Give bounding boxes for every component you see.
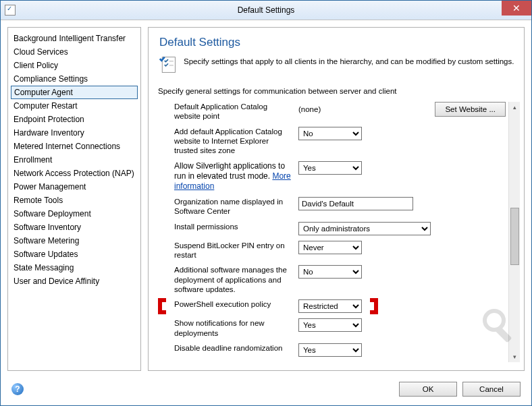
header-row: Specify settings that apply to all clien… (158, 55, 521, 75)
select-silverlight[interactable]: Yes (298, 161, 362, 175)
dialog-footer: ? OK Cancel (1, 378, 531, 405)
sidebar-item-nap[interactable]: Network Access Protection (NAP) (8, 167, 140, 180)
sidebar-item-power[interactable]: Power Management (8, 180, 140, 194)
category-sidebar[interactable]: Background Intelligent Transfer Cloud Se… (7, 27, 141, 371)
input-org-name[interactable] (298, 197, 413, 210)
select-addl-software[interactable]: No (298, 265, 362, 279)
sidebar-item-client-policy[interactable]: Client Policy (8, 59, 140, 72)
label-catalog-point: Default Application Catalog website poin… (174, 102, 293, 121)
settings-container: Default Application Catalog website poin… (158, 102, 521, 362)
row-org-name: Organization name displayed in Software … (174, 197, 506, 216)
select-bitlocker[interactable]: Never (298, 241, 362, 254)
label-deadline: Disable deadline randomization (174, 343, 293, 353)
label-notifications: Show notifications for new deployments (174, 318, 293, 338)
sidebar-item-enrollment[interactable]: Enrollment (8, 153, 140, 167)
label-powershell: PowerShell execution policy (174, 299, 293, 309)
row-deadline: Disable deadline randomization Yes (174, 343, 506, 357)
ok-button[interactable]: OK (399, 382, 457, 397)
sidebar-item-computer-agent[interactable]: Computer Agent (11, 86, 138, 99)
page-subtitle: Specify settings that apply to all clien… (184, 55, 514, 65)
scroll-thumb[interactable] (510, 208, 519, 265)
window-title: Default Settings (238, 5, 295, 15)
checklist-icon (158, 55, 178, 75)
label-org-name: Organization name displayed in Software … (174, 197, 293, 216)
value-catalog-point: (none) (298, 105, 362, 113)
highlight-bracket-right (370, 298, 378, 314)
svg-rect-0 (162, 57, 175, 73)
main-panel: Default Settings Specify settings that a… (148, 27, 525, 371)
settings-window: Default Settings ✕ Background Intelligen… (0, 0, 532, 406)
row-catalog-point: Default Application Catalog website poin… (174, 102, 506, 121)
page-title: Default Settings (159, 36, 521, 49)
sidebar-item-sw-updates[interactable]: Software Updates (8, 248, 140, 261)
row-addl-software: Additional software manages the deployme… (174, 265, 506, 294)
highlight-bracket-left (158, 298, 166, 314)
sidebar-item-cloud[interactable]: Cloud Services (8, 45, 140, 59)
cancel-button[interactable]: Cancel (462, 382, 521, 397)
vertical-scrollbar[interactable]: ▴ ▾ (508, 102, 520, 362)
scroll-down-arrow[interactable]: ▾ (510, 351, 520, 362)
row-notifications: Show notifications for new deployments Y… (174, 318, 506, 338)
sidebar-item-compliance[interactable]: Compliance Settings (8, 72, 140, 86)
content-area: Background Intelligent Transfer Cloud Se… (1, 20, 531, 378)
row-trusted-zone: Add default Application Catalog website … (174, 127, 506, 156)
sidebar-item-state-msg[interactable]: State Messaging (8, 261, 140, 274)
set-website-button[interactable]: Set Website ... (435, 102, 506, 117)
label-addl-software: Additional software manages the deployme… (174, 265, 293, 294)
section-label: Specify general settings for communicati… (158, 87, 521, 95)
scroll-up-arrow[interactable]: ▴ (510, 102, 520, 113)
sidebar-item-remote[interactable]: Remote Tools (8, 194, 140, 207)
sidebar-item-restart[interactable]: Computer Restart (8, 99, 140, 113)
row-silverlight: Allow Silverlight applications to run in… (174, 161, 506, 192)
label-bitlocker: Suspend BitLocker PIN entry on restart (174, 241, 293, 260)
titlebar: Default Settings ✕ (1, 1, 531, 20)
row-powershell: PowerShell execution policy Restricted (174, 299, 506, 313)
scroll-track[interactable] (510, 113, 520, 351)
select-powershell[interactable]: Restricted (298, 299, 362, 313)
row-bitlocker: Suspend BitLocker PIN entry on restart N… (174, 241, 506, 260)
close-button[interactable]: ✕ (502, 1, 531, 16)
select-deadline[interactable]: Yes (298, 343, 362, 357)
sidebar-item-sw-metering[interactable]: Software Metering (8, 234, 140, 248)
row-install-perm: Install permissions Only administrators (174, 222, 506, 235)
sidebar-item-sw-deploy[interactable]: Software Deployment (8, 207, 140, 221)
sidebar-item-endpoint[interactable]: Endpoint Protection (8, 113, 140, 126)
sidebar-item-metered[interactable]: Metered Internet Connections (8, 140, 140, 153)
select-trusted-zone[interactable]: No (298, 127, 362, 140)
label-trusted-zone: Add default Application Catalog website … (174, 127, 293, 156)
sidebar-item-hardware[interactable]: Hardware Inventory (8, 126, 140, 140)
select-install-perm[interactable]: Only administrators (298, 222, 431, 235)
select-notifications[interactable]: Yes (298, 318, 362, 332)
label-install-perm: Install permissions (174, 222, 293, 231)
settings-list: Default Application Catalog website poin… (158, 102, 508, 362)
help-icon[interactable]: ? (11, 383, 24, 395)
app-icon (5, 5, 16, 16)
sidebar-item-bits[interactable]: Background Intelligent Transfer (8, 32, 140, 45)
sidebar-item-user-affinity[interactable]: User and Device Affinity (8, 274, 140, 288)
sidebar-item-sw-inventory[interactable]: Software Inventory (8, 221, 140, 234)
label-silverlight: Allow Silverlight applications to run in… (174, 161, 293, 192)
